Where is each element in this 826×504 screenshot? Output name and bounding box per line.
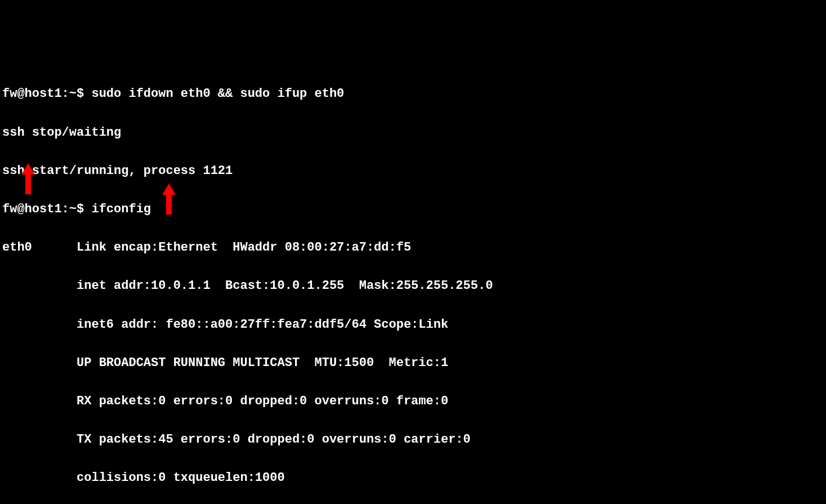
terminal-line: inet addr:10.0.1.1 Bcast:10.0.1.255 Mask… bbox=[2, 276, 824, 296]
terminal-line: UP BROADCAST RUNNING MULTICAST MTU:1500 … bbox=[2, 354, 824, 373]
terminal-line: ssh start/running, process 1121 bbox=[2, 162, 824, 181]
terminal-line: RX packets:0 errors:0 dropped:0 overruns… bbox=[2, 392, 824, 411]
terminal-line: fw@host1:~$ ifconfig bbox=[2, 200, 824, 219]
terminal-line: TX packets:45 errors:0 dropped:0 overrun… bbox=[2, 430, 824, 449]
terminal-line: ssh stop/waiting bbox=[2, 123, 824, 142]
terminal-line: fw@host1:~$ sudo ifdown eth0 && sudo ifu… bbox=[2, 84, 824, 104]
terminal-line: eth0 Link encap:Ethernet HWaddr 08:00:27… bbox=[2, 238, 824, 257]
terminal-line: inet6 addr: fe80::a00:27ff:fea7:ddf5/64 … bbox=[2, 315, 824, 334]
annotation-arrow-icon bbox=[162, 145, 177, 234]
terminal-line: collisions:0 txqueuelen:1000 bbox=[2, 469, 824, 488]
